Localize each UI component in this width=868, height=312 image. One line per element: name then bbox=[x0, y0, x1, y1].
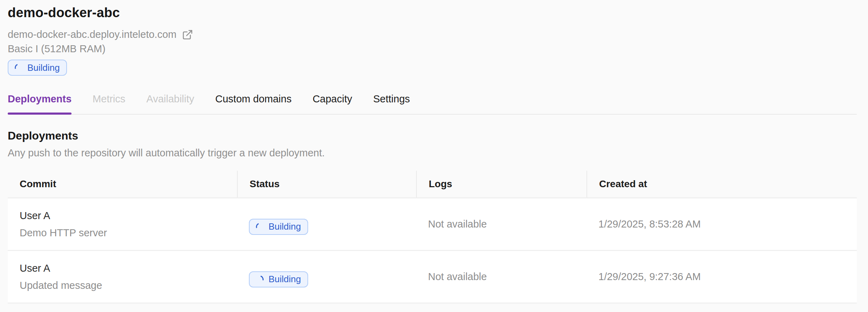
logs-cell: Not available bbox=[416, 198, 586, 250]
table-body: User A Demo HTTP server Building Not ava… bbox=[8, 197, 857, 304]
created-at-cell: 1/29/2025, 9:27:36 AM bbox=[586, 251, 857, 303]
tab-availability[interactable]: Availability bbox=[147, 93, 194, 114]
page-title: demo-docker-abc bbox=[8, 4, 857, 21]
tab-capacity[interactable]: Capacity bbox=[313, 93, 352, 114]
status-badge: Building bbox=[249, 271, 308, 287]
column-header-status: Status bbox=[237, 171, 416, 197]
tab-deployments[interactable]: Deployments bbox=[8, 93, 72, 114]
column-header-logs: Logs bbox=[416, 171, 586, 197]
status-badge-label: Building bbox=[269, 221, 301, 232]
app-url-row: demo-docker-abc.deploy.inteleto.com bbox=[8, 29, 857, 40]
app-root: demo-docker-abc demo-docker-abc.deploy.i… bbox=[0, 0, 868, 304]
status-badge: Building bbox=[249, 219, 308, 235]
section-title: Deployments bbox=[8, 129, 857, 142]
status-badge-label: Building bbox=[27, 62, 60, 73]
tab-custom-domains[interactable]: Custom domains bbox=[215, 93, 292, 114]
deployments-section: Deployments Any push to the repository w… bbox=[8, 129, 857, 304]
status-badge: Building bbox=[8, 60, 67, 76]
spinner-icon bbox=[255, 222, 265, 232]
status-cell: Building bbox=[237, 198, 416, 250]
external-link-icon[interactable] bbox=[182, 29, 193, 40]
table-header: Commit Status Logs Created at bbox=[8, 171, 857, 197]
section-description: Any push to the repository will automati… bbox=[8, 147, 857, 159]
spinner-icon bbox=[13, 62, 23, 73]
commit-cell: User A Updated message bbox=[8, 251, 237, 303]
status-badge-label: Building bbox=[269, 274, 301, 285]
app-header: demo-docker-abc demo-docker-abc.deploy.i… bbox=[8, 4, 857, 76]
column-header-created-at: Created at bbox=[586, 171, 857, 197]
tab-bar: Deployments Metrics Availability Custom … bbox=[8, 93, 857, 115]
deployments-table: Commit Status Logs Created at User A Dem… bbox=[8, 171, 857, 304]
app-url-link[interactable]: demo-docker-abc.deploy.inteleto.com bbox=[8, 29, 176, 40]
commit-author: User A bbox=[20, 210, 50, 222]
tab-metrics[interactable]: Metrics bbox=[93, 93, 125, 114]
table-row[interactable]: User A Demo HTTP server Building Not ava… bbox=[8, 198, 857, 251]
column-header-commit: Commit bbox=[8, 171, 237, 197]
created-at-cell: 1/29/2025, 8:53:28 AM bbox=[586, 198, 857, 250]
plan-label: Basic I (512MB RAM) bbox=[8, 43, 857, 55]
status-cell: Building bbox=[237, 251, 416, 303]
table-row[interactable]: User A Updated message Building Not avai… bbox=[8, 251, 857, 304]
commit-message: Demo HTTP server bbox=[20, 227, 107, 239]
logs-cell: Not available bbox=[416, 251, 586, 303]
tab-settings[interactable]: Settings bbox=[373, 93, 410, 114]
commit-author: User A bbox=[20, 263, 50, 274]
spinner-icon bbox=[255, 274, 265, 284]
commit-cell: User A Demo HTTP server bbox=[8, 198, 237, 250]
commit-message: Updated message bbox=[20, 280, 102, 291]
